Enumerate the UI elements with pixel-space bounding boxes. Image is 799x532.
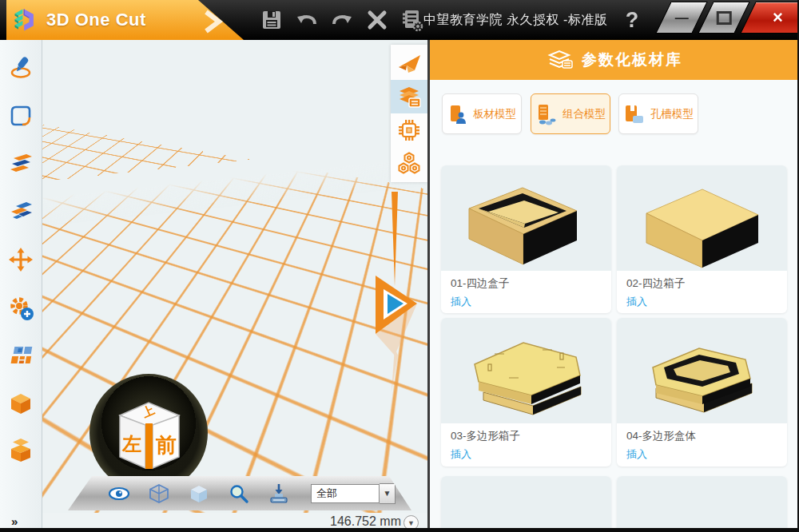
rectangle-sketch-icon[interactable]	[9, 104, 33, 128]
shaded-view-tool[interactable]	[186, 481, 212, 506]
slot-model-icon	[623, 103, 646, 125]
stacked-box-icon[interactable]	[9, 438, 33, 462]
fasteners-tool[interactable]	[391, 147, 427, 181]
wireframe-view-tool[interactable]	[146, 481, 172, 506]
extrude-layers-icon[interactable]	[9, 152, 33, 176]
sidebar-expand-button[interactable]: »	[11, 514, 18, 528]
eye-icon	[108, 486, 130, 502]
item-thumbnail	[617, 476, 787, 532]
panel-header: 参数化板材库	[430, 40, 799, 80]
filter-dropdown-value: 全部	[311, 484, 380, 503]
insert-link[interactable]: 插入	[626, 295, 777, 309]
move-tool-icon[interactable]	[9, 248, 33, 272]
insert-link[interactable]: 插入	[626, 447, 777, 462]
sketch-tool-icon[interactable]	[9, 56, 33, 80]
left-toolbar: »	[0, 40, 42, 532]
titlebar-toolbar	[257, 0, 427, 40]
item-thumbnail	[617, 318, 787, 423]
item-thumbnail	[441, 476, 611, 532]
insert-link[interactable]: 插入	[451, 447, 602, 462]
help-button[interactable]: ?	[620, 5, 644, 35]
combine-layers-icon[interactable]	[9, 198, 33, 222]
item-thumbnail	[441, 165, 611, 271]
import-stamp-tool[interactable]	[266, 481, 292, 506]
chip-tool[interactable]	[391, 113, 427, 147]
app-window: 3D One Cut	[0, 0, 799, 532]
app-title: 3D One Cut	[46, 10, 146, 30]
window-controls: — ×	[663, 2, 799, 32]
panel-collapse-toggle[interactable]	[361, 192, 427, 395]
library-toolbar	[391, 45, 427, 182]
measurement-readout: 146.752 mm	[42, 514, 401, 529]
shaded-cube-icon	[189, 483, 209, 504]
filter-dropdown[interactable]: 全部 ▼	[311, 484, 396, 503]
board-library-icon	[396, 84, 422, 109]
board-library-header-icon	[547, 49, 574, 71]
app-logo-icon	[11, 6, 40, 34]
item-name: 04-多边形盒体	[626, 429, 777, 443]
nesting-layout-icon[interactable]	[9, 343, 33, 367]
window-bottom-edge	[0, 528, 799, 532]
panel-divider	[427, 40, 430, 532]
solid-cube-icon[interactable]	[9, 391, 33, 415]
viewport-3d[interactable]: 上 左 前	[42, 40, 427, 513]
board-library-panel: 参数化板材库 板材模型 组合模型	[430, 40, 799, 532]
delete-button[interactable]	[363, 6, 392, 34]
zoom-tool[interactable]	[226, 481, 252, 506]
cube-front-label: 前	[155, 433, 177, 457]
close-button[interactable]: ×	[740, 2, 799, 34]
undo-button[interactable]	[292, 6, 321, 34]
chip-icon	[396, 117, 422, 143]
item-thumbnail	[441, 318, 611, 423]
tab-combined-models[interactable]: 组合模型	[531, 93, 610, 134]
combined-model-icon	[535, 103, 558, 125]
add-component-icon[interactable]	[9, 296, 33, 320]
license-text: 中望教育学院 永久授权 -标准版	[423, 0, 607, 40]
item-thumbnail	[617, 165, 787, 271]
library-item-card[interactable]: 02-四边箱子 插入	[617, 165, 787, 313]
library-item-card[interactable]: 04-多边形盒体 插入	[617, 318, 787, 466]
bom-settings-button[interactable]	[398, 6, 427, 34]
close-icon: ×	[773, 9, 783, 26]
library-item-card[interactable]	[617, 476, 787, 532]
view-cube[interactable]: 上 左 前	[89, 374, 208, 492]
library-item-card[interactable]	[441, 476, 611, 532]
item-name: 01-四边盒子	[451, 276, 602, 291]
board-model-icon	[447, 103, 468, 125]
share-tool[interactable]	[391, 46, 427, 80]
insert-link[interactable]: 插入	[451, 295, 602, 309]
tab-board-models[interactable]: 板材模型	[442, 93, 522, 134]
board-library-tool[interactable]	[391, 80, 427, 113]
item-name: 02-四边箱子	[626, 276, 777, 291]
redo-button[interactable]	[328, 6, 356, 34]
magnifier-icon	[229, 483, 249, 504]
import-stamp-icon	[268, 482, 290, 505]
maximize-icon	[717, 11, 732, 25]
save-button[interactable]	[257, 6, 286, 34]
panel-title: 参数化板材库	[582, 50, 682, 70]
library-item-card[interactable]: 01-四边盒子 插入	[441, 165, 611, 313]
dropdown-arrow-icon[interactable]: ▼	[380, 483, 396, 504]
hex-nuts-icon	[396, 151, 422, 177]
library-item-card[interactable]: 03-多边形箱子 插入	[441, 318, 611, 466]
tab-slot-models[interactable]: 孔槽模型	[618, 93, 698, 134]
item-name: 03-多边形箱子	[451, 429, 602, 443]
wireframe-cube-icon	[149, 483, 169, 504]
titlebar: 3D One Cut	[0, 0, 799, 40]
visibility-tool[interactable]	[106, 481, 132, 506]
paper-plane-icon	[396, 51, 422, 75]
view-toolbar: 全部 ▼	[68, 476, 411, 510]
cube-left-label: 左	[121, 433, 141, 455]
banner-chevron	[204, 10, 223, 34]
